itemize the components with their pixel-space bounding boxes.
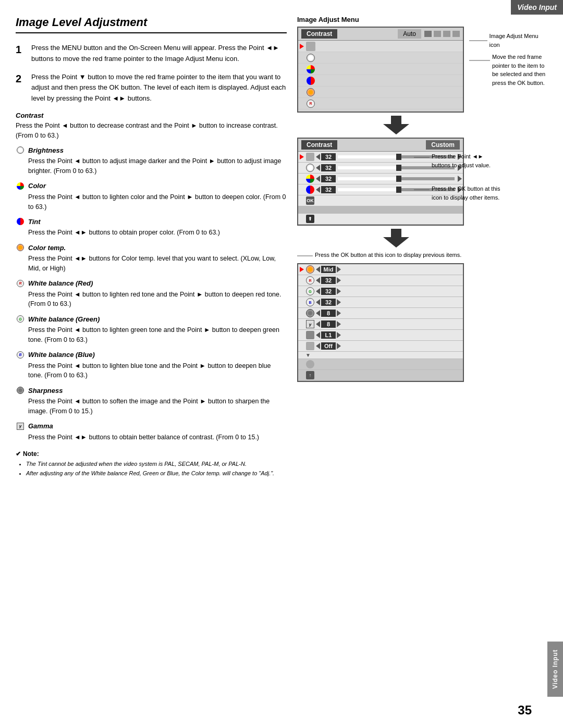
gamma-header: γ Gamma xyxy=(16,422,287,431)
menu-3-row-l1: L1 xyxy=(298,330,463,341)
gamma-title: Gamma xyxy=(28,422,53,430)
wb-red-body: Press the Point ◄ button to lighten red … xyxy=(16,290,287,310)
menu-header-1: Contrast Auto xyxy=(298,28,463,41)
val-arrow-left-2[interactable] xyxy=(316,165,320,171)
b32-arrow-left[interactable] xyxy=(316,299,320,305)
val-box-3: 32 xyxy=(321,175,336,182)
g32-arrow-left[interactable] xyxy=(316,288,320,294)
step-1-text: Press the MENU button and the On-Screen … xyxy=(31,43,287,65)
menu-icons-bar-1 xyxy=(424,31,460,37)
down-arrow-2 xyxy=(297,229,495,248)
gamma-icon-3: γ xyxy=(306,320,314,328)
b32-arrow-right[interactable] xyxy=(337,299,341,305)
annotation-menu-icon-text: Image Adjust Menu icon xyxy=(489,32,542,49)
gm8-arrow-right[interactable] xyxy=(337,321,341,327)
menu-box-3: Mid R 32 G xyxy=(297,263,464,382)
r32-arrow-right[interactable] xyxy=(337,277,341,283)
off-icon-3 xyxy=(306,342,314,350)
ok-icon-row-2: ⬆ xyxy=(306,215,314,223)
sh8-arrow-right[interactable] xyxy=(337,310,341,316)
contrast-title: Contrast xyxy=(16,112,287,119)
r32-arrow-left[interactable] xyxy=(316,277,320,283)
section-sharpness: Sharpness Press the Point ◄ button to so… xyxy=(16,386,287,416)
val-box-4: 32 xyxy=(321,186,336,193)
wb-b-icon-3: B xyxy=(306,298,314,306)
tint-body: Press the Point ◄► buttons to obtain pro… xyxy=(16,228,287,238)
annotation-ok-prev-text: Press the OK button at this icon to disp… xyxy=(315,251,461,260)
brightness-title: Brightness xyxy=(28,146,64,154)
extra-icon-1 xyxy=(306,360,314,368)
menu-icon-4 xyxy=(452,31,460,37)
val-arrow-left-1[interactable] xyxy=(316,154,320,160)
wb-g-icon-3: G xyxy=(306,287,314,295)
gm8-arrow-left[interactable] xyxy=(316,321,320,327)
menu-val-row-ok2: ⬆ xyxy=(298,214,463,225)
menu-row-1-6: R xyxy=(298,98,463,109)
colortemp-body: Press the Point ◄► buttons for Color tem… xyxy=(16,254,287,274)
menu-3-nav-down: ▼ xyxy=(298,352,463,359)
menu-val-row-3: 32 xyxy=(298,174,463,184)
section-contrast: Contrast Press the Point ◄ button to dec… xyxy=(16,112,287,141)
off-arrow-left[interactable] xyxy=(316,343,320,349)
colortemp-row-icon xyxy=(307,88,315,96)
off-val-box: Off xyxy=(321,342,336,350)
wb-green-icon: G xyxy=(16,314,25,324)
down-arrow-1 xyxy=(297,116,495,134)
color-row-icon xyxy=(307,65,315,73)
colortemp-row-icon-3 xyxy=(306,265,314,274)
menu-row-1-5 xyxy=(298,87,463,98)
wb-blue-header: B White balance (Blue) xyxy=(16,350,287,360)
menu-row-1-2 xyxy=(298,52,463,64)
sharpness-body: Press the Point ◄ button to soften the i… xyxy=(16,397,287,416)
tint-icon xyxy=(16,217,25,226)
menu-3-row-32-2: G 32 xyxy=(298,286,463,297)
l1-arrow-right[interactable] xyxy=(337,332,341,338)
step-1: 1 Press the MENU button and the On-Scree… xyxy=(16,43,287,65)
red-pointer-3 xyxy=(300,267,304,272)
off-arrow-right[interactable] xyxy=(337,343,341,349)
section-brightness: Brightness Press the Point ◄ button to a… xyxy=(16,145,287,176)
g32-arrow-right[interactable] xyxy=(337,288,341,294)
section-wb-blue: B White balance (Blue) Press the Point ◄… xyxy=(16,350,287,381)
section-gamma: γ Gamma Press the Point ◄► buttons to ob… xyxy=(16,422,287,442)
menu-row-1-4 xyxy=(298,75,463,87)
val-arrow-left-3[interactable] xyxy=(316,176,320,182)
annotation-ok-other: Press the OK button at this icon to disp… xyxy=(414,184,503,202)
menu-row-1-1 xyxy=(298,41,463,52)
sharpness-title: Sharpness xyxy=(28,387,63,394)
step-2: 2 Press the Point ▼ button to move the r… xyxy=(16,72,287,104)
tint-header: Tint xyxy=(16,217,287,226)
color-header: Color xyxy=(16,181,287,191)
extra-icon-2: ↑ xyxy=(306,371,314,379)
wb-green-body: Press the Point ◄ button to lighten gree… xyxy=(16,325,287,345)
color-icon xyxy=(16,181,25,191)
annotation-ok-prev: Press the OK button at this icon to disp… xyxy=(297,251,495,261)
section-wb-red: R White balance (Red) Press the Point ◄ … xyxy=(16,279,287,310)
note-item-2: After adjusting any of the White balance… xyxy=(26,469,287,478)
menu-3-row-mid: Mid xyxy=(298,264,463,275)
gamma-icon: γ xyxy=(16,422,25,431)
annotation-ok-other-text: Press the OK button at this icon to disp… xyxy=(432,184,503,202)
sharpness-icon xyxy=(16,386,25,395)
menu-3-row-8-1: 8 xyxy=(298,308,463,319)
l1-arrow-left[interactable] xyxy=(316,332,320,338)
val-row-icon-3 xyxy=(306,175,314,183)
annotation-red-pointer-text: Move the red frame pointer to the item t… xyxy=(492,53,547,87)
val-arrow-left-4[interactable] xyxy=(316,187,320,193)
menu-box-2: Contrast Custom 32 xyxy=(297,138,464,226)
annotation-adjust-value: Press the Point ◄► buttons to adjust val… xyxy=(414,152,503,169)
val-arrow-right-3[interactable] xyxy=(458,176,462,182)
val-box-2: 32 xyxy=(321,164,336,171)
page-title: Image Level Adjustment xyxy=(16,16,287,33)
wb-red-title: White balance (Red) xyxy=(28,279,93,287)
video-input-top-label: Video Input xyxy=(511,0,563,15)
mid-arrow-left[interactable] xyxy=(316,266,320,273)
menu-3-row-32-3: B 32 xyxy=(298,297,463,308)
wb-blue-body: Press the Point ◄ button to lighten blue… xyxy=(16,361,287,381)
red-pointer-2 xyxy=(300,154,304,159)
mid-arrow-right[interactable] xyxy=(337,266,341,273)
menu-box-1: Contrast Auto xyxy=(297,27,464,113)
brightness-row-icon xyxy=(307,54,315,62)
color-body: Press the Point ◄ button to lighten colo… xyxy=(16,192,287,212)
sh8-arrow-left[interactable] xyxy=(316,310,320,316)
